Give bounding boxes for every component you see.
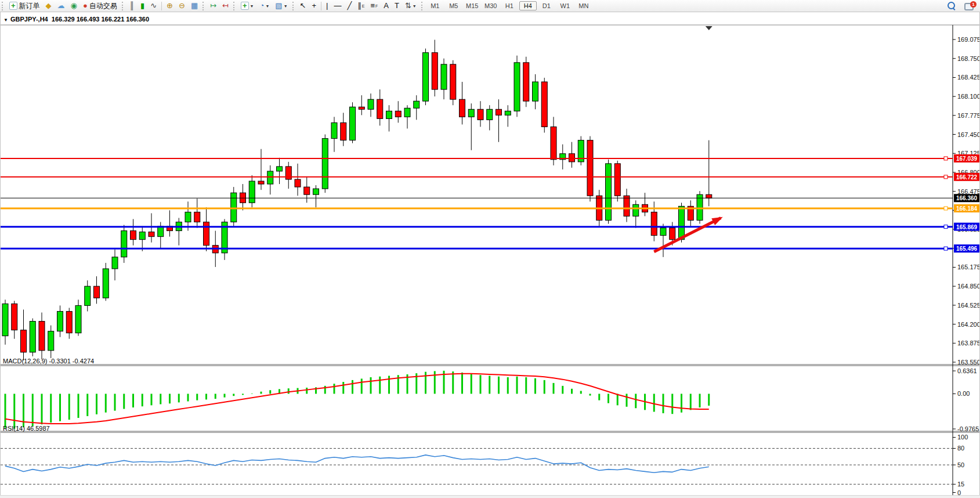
- chart-shift-icon: ↤: [222, 1, 229, 11]
- dropdown-arrow-icon[interactable]: ▼: [265, 4, 269, 8]
- rsi-indicator-label: RSI(14) 46.5987: [3, 425, 50, 432]
- zoom-in-icon: ⊕: [167, 1, 173, 11]
- candle: [12, 304, 17, 330]
- hline-handle[interactable]: [944, 157, 948, 160]
- candlestick-chart-button[interactable]: ▮: [138, 0, 147, 12]
- dropdown-arrow-icon[interactable]: ▼: [284, 4, 288, 8]
- zoom-out-button[interactable]: ⊖: [176, 0, 187, 12]
- candle: [450, 64, 456, 99]
- candle: [350, 107, 356, 140]
- candle: [541, 82, 547, 127]
- candlestick-chart-icon: ▮: [140, 1, 144, 11]
- candle: [30, 322, 35, 352]
- dropdown-arrow-icon[interactable]: ▼: [250, 4, 254, 8]
- community-icon: ☁: [57, 1, 65, 11]
- bar-chart-button[interactable]: ║: [127, 0, 137, 12]
- chart-shift-button[interactable]: ↤: [220, 0, 231, 12]
- timeframe-h1-button[interactable]: H1: [501, 1, 518, 10]
- search-icon: [948, 2, 955, 9]
- tile-windows-button[interactable]: ▦: [189, 0, 200, 12]
- periods-button[interactable]: ◔▼: [258, 0, 272, 12]
- crosshair-button[interactable]: +: [309, 0, 319, 12]
- autotrade-label: 自动交易: [89, 1, 117, 11]
- price-tick-label: 165.175: [957, 264, 979, 270]
- candle: [368, 99, 374, 109]
- zoom-in-button[interactable]: ⊕: [164, 0, 175, 12]
- candle: [2, 304, 8, 335]
- dropdown-arrow-icon[interactable]: ▼: [413, 4, 417, 8]
- candle: [304, 187, 310, 194]
- new-order-label: 新订单: [19, 1, 40, 11]
- hline-handle[interactable]: [944, 225, 948, 229]
- rsi-tick-label: 80: [957, 445, 964, 452]
- signals-button[interactable]: ◉: [68, 0, 79, 12]
- horizontal-line-button[interactable]: —: [331, 0, 343, 12]
- gold-button[interactable]: ◆: [44, 0, 54, 12]
- candle: [670, 228, 675, 240]
- candle: [697, 194, 703, 220]
- community-button[interactable]: ☁: [55, 0, 67, 12]
- indicators-button[interactable]: +▼: [238, 0, 256, 12]
- new-order-button[interactable]: +新订单: [7, 0, 42, 12]
- arrows-button[interactable]: ⇅▼: [403, 0, 419, 12]
- line-chart-button[interactable]: ∿: [148, 0, 159, 12]
- price-tick-label: 164.850: [957, 283, 979, 290]
- zoom-out-icon: ⊖: [179, 1, 185, 11]
- price-line-label: 166.184: [956, 205, 978, 212]
- channel-button[interactable]: ∥E: [355, 0, 367, 12]
- chart-background[interactable]: [1, 12, 979, 495]
- timeframe-mn-button[interactable]: MN: [575, 1, 592, 10]
- timeframe-m30-button[interactable]: M30: [482, 1, 500, 10]
- price-tick-label: 164.200: [957, 321, 979, 328]
- fibonacci-button[interactable]: ≡F: [368, 0, 380, 12]
- trendline-button[interactable]: ╱: [345, 0, 354, 12]
- timeframe-m15-button[interactable]: M15: [464, 1, 481, 10]
- toolbar-grip: [122, 2, 125, 10]
- timeframe-m5-button[interactable]: M5: [445, 1, 462, 10]
- candle: [423, 53, 429, 102]
- candle: [533, 82, 538, 101]
- cursor-button[interactable]: ↖: [298, 0, 309, 12]
- price-tick-label: 163.550: [957, 359, 979, 366]
- chart-canvas[interactable]: 169.075168.750168.425168.100167.775167.4…: [1, 12, 979, 495]
- toolbar-separator: [321, 2, 321, 10]
- vertical-line-button[interactable]: |: [324, 0, 330, 12]
- candle: [551, 127, 556, 159]
- chart-window[interactable]: 169.075168.750168.425168.100167.775167.4…: [0, 12, 980, 496]
- crosshair-icon: +: [312, 1, 316, 11]
- candle: [194, 212, 200, 222]
- macd-tick-label: -0.9765: [957, 425, 979, 432]
- candle: [496, 109, 502, 115]
- price-tick-label: 167.450: [957, 131, 979, 138]
- hline-handle[interactable]: [944, 175, 948, 179]
- price-line-label: 166.360: [956, 195, 978, 201]
- autotrade-button[interactable]: ●自动交易: [81, 0, 120, 12]
- hline-handle[interactable]: [944, 207, 948, 210]
- template-icon: ▧: [275, 1, 282, 11]
- candle: [441, 64, 447, 89]
- toolbar: +新订单◆☁◉●自动交易║▮∿⊕⊖▦↦↤+▼◔▼▧▼↖+|—╱∥E≡FAT⇅▼M…: [0, 0, 980, 12]
- timeframe-w1-button[interactable]: W1: [556, 1, 574, 10]
- candle: [404, 108, 410, 117]
- search-button[interactable]: [944, 0, 960, 12]
- chat-button[interactable]: 1: [961, 0, 979, 12]
- text-button[interactable]: A: [381, 0, 391, 12]
- candle: [377, 99, 383, 118]
- candle: [249, 181, 255, 203]
- auto-scroll-button[interactable]: ↦: [208, 0, 219, 12]
- timeframe-h4-button[interactable]: H4: [519, 1, 537, 10]
- timeframe-d1-button[interactable]: D1: [538, 1, 555, 10]
- chart-title[interactable]: ▼GBPJPY-,H4 166.329 166.493 166.221 166.…: [3, 16, 149, 23]
- price-line-label: 165.496: [956, 246, 978, 252]
- candle: [660, 228, 666, 236]
- template-button[interactable]: ▧▼: [273, 0, 290, 12]
- hline-handle[interactable]: [944, 247, 948, 250]
- chart-title-dropdown-icon[interactable]: ▼: [3, 17, 8, 23]
- text-label-button[interactable]: T: [392, 0, 402, 12]
- candle: [112, 257, 118, 269]
- timeframe-m1-button[interactable]: M1: [426, 1, 444, 10]
- candle: [149, 232, 154, 237]
- candle: [75, 305, 81, 333]
- candle: [432, 53, 437, 89]
- line-chart-icon: ∿: [150, 1, 157, 11]
